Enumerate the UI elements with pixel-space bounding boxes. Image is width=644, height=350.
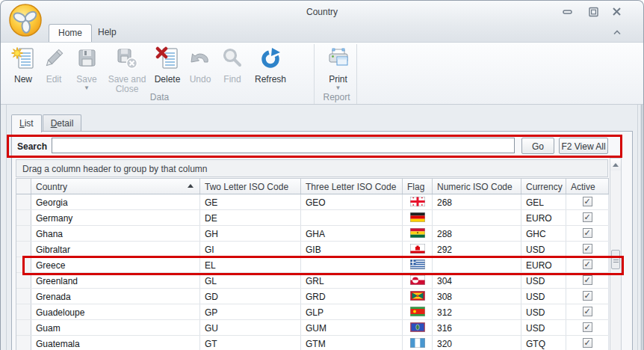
row-selector[interactable]: [16, 242, 31, 257]
cell-currency: EURO: [521, 210, 566, 225]
active-checkbox[interactable]: ✓: [583, 338, 592, 348]
collapse-ribbon-button[interactable]: [610, 25, 625, 39]
cell-three-letter-iso: GRD: [301, 289, 403, 304]
cell-active: ✓: [566, 320, 609, 335]
grid-row-guadeloupe[interactable]: GuadeloupeGPGLP312USD✓: [16, 304, 609, 320]
active-checkbox[interactable]: ✓: [583, 212, 592, 222]
view-tab-detail[interactable]: Detail: [43, 114, 82, 132]
search-input[interactable]: [52, 138, 515, 153]
scroll-up-button[interactable]: [610, 159, 621, 171]
grid-row-grenada[interactable]: GrenadaGDGRD308USD✓: [16, 289, 609, 304]
delete-button[interactable]: Delete: [150, 44, 185, 85]
cell-three-letter-iso: GEO: [301, 194, 403, 209]
delete-document-icon: [155, 46, 179, 73]
row-selector[interactable]: [16, 210, 31, 225]
column-header-three-letter-iso-code[interactable]: Three Letter ISO Code: [301, 179, 403, 194]
active-checkbox[interactable]: ✓: [583, 244, 592, 254]
app-logo-icon[interactable]: [8, 3, 43, 40]
row-selector[interactable]: [16, 257, 31, 272]
active-checkbox[interactable]: ✓: [583, 228, 592, 238]
cell-three-letter-iso: GHA: [301, 226, 403, 241]
ribbon-button-label: Delete: [155, 75, 181, 85]
cell-flag: [403, 289, 433, 304]
tab-help[interactable]: Help: [89, 24, 126, 42]
ribbon-button-label: Refresh: [255, 75, 286, 85]
grid-row-greece[interactable]: GreeceELEURO✓: [16, 257, 609, 273]
cell-two-letter-iso: GE: [200, 194, 301, 209]
go-button[interactable]: Go: [521, 138, 554, 154]
minimize-button[interactable]: [560, 5, 575, 19]
maximize-button[interactable]: [586, 5, 601, 19]
row-selector[interactable]: [16, 273, 31, 288]
cell-three-letter-iso: GTM: [301, 336, 403, 350]
grid-row-gibraltar[interactable]: GibraltarGIGIB292USD✓: [16, 242, 609, 257]
greece-flag-icon: [410, 260, 425, 269]
active-checkbox[interactable]: ✓: [583, 197, 592, 206]
cell-country: Greece: [31, 257, 200, 272]
tab-home[interactable]: Home: [49, 24, 92, 42]
active-checkbox[interactable]: ✓: [583, 322, 592, 332]
grid-row-germany[interactable]: GermanyDEEURO✓: [16, 210, 609, 226]
search-label: Search: [17, 141, 47, 152]
active-checkbox[interactable]: ✓: [583, 260, 592, 269]
cell-flag: [403, 226, 433, 241]
window-edge-right: [640, 105, 643, 350]
cell-numeric-iso: 288: [433, 226, 521, 241]
row-selector[interactable]: [16, 194, 31, 209]
guatemala-flag-icon: [410, 338, 425, 348]
ribbon-group-data: NewEditSave▼Save and CloseDeleteUndoFind…: [5, 44, 315, 104]
view-tabs: ListDetail: [11, 114, 82, 132]
group-by-hint-bar[interactable]: Drag a column header to group by that co…: [16, 159, 608, 177]
cell-currency: GHC: [521, 226, 566, 241]
grid-row-greenland[interactable]: GreenlandGLGRL304USD✓: [16, 273, 609, 289]
new-button[interactable]: New: [8, 44, 38, 85]
grid-row-guam[interactable]: GuamGUGUM316USD✓: [16, 320, 609, 336]
refresh-button[interactable]: Refresh: [249, 44, 292, 85]
cell-country: Guam: [31, 320, 200, 335]
print-button[interactable]: Print▼: [320, 44, 356, 91]
column-header-numeric-iso-code[interactable]: Numeric ISO Code: [433, 179, 521, 194]
cell-flag: [403, 320, 433, 335]
cell-numeric-iso: [433, 257, 521, 272]
ribbon-button-label: Save: [76, 75, 96, 85]
grid-row-georgia[interactable]: GeorgiaGEGEO268GEL✓: [16, 194, 609, 210]
column-header-country[interactable]: Country: [31, 179, 200, 194]
cell-country: Guadeloupe: [31, 304, 200, 319]
dropdown-arrow-icon: ▼: [335, 85, 341, 91]
view-tab-list[interactable]: List: [11, 114, 42, 132]
grid-row-guatemala[interactable]: GuatemalaGTGTM320GTQ✓: [16, 336, 609, 350]
cell-three-letter-iso: GIB: [301, 242, 403, 257]
active-checkbox[interactable]: ✓: [583, 307, 592, 316]
undo-button: Undo: [185, 44, 216, 85]
gibraltar-flag-icon: [410, 244, 425, 254]
row-selector[interactable]: [16, 320, 31, 335]
new-document-icon: [11, 46, 35, 73]
view-all-button[interactable]: F2 View All: [559, 138, 608, 154]
cell-active: ✓: [566, 226, 609, 241]
cell-country: Ghana: [31, 226, 200, 241]
vertical-scrollbar[interactable]: [610, 158, 622, 350]
active-checkbox[interactable]: ✓: [583, 291, 592, 301]
cell-country: Germany: [31, 210, 200, 225]
cell-active: ✓: [566, 304, 609, 319]
grid-row-ghana[interactable]: GhanaGHGHA288GHC✓: [16, 226, 609, 242]
georgia-flag-icon: [410, 197, 425, 206]
row-selector[interactable]: [16, 289, 31, 304]
column-header-flag[interactable]: Flag: [403, 179, 433, 194]
row-selector[interactable]: [16, 336, 31, 350]
window-title: Country: [1, 7, 643, 17]
active-checkbox[interactable]: ✓: [583, 275, 592, 285]
column-header-currency[interactable]: Currency: [521, 179, 566, 194]
column-header-two-letter-iso-code[interactable]: Two Letter ISO Code: [200, 179, 301, 194]
close-button[interactable]: [609, 5, 624, 19]
grid-header-row: CountryTwo Letter ISO CodeThree Letter I…: [16, 178, 609, 194]
save-button: Save▼: [69, 44, 104, 91]
frame-line-right: [637, 105, 638, 350]
row-selector[interactable]: [16, 304, 31, 319]
cell-currency: GTQ: [521, 336, 566, 350]
column-header-active[interactable]: Active: [566, 179, 609, 194]
cell-two-letter-iso: GU: [200, 320, 301, 335]
row-selector[interactable]: [16, 226, 31, 241]
cell-three-letter-iso: GUM: [301, 320, 403, 335]
scrollbar-thumb[interactable]: [611, 250, 620, 269]
